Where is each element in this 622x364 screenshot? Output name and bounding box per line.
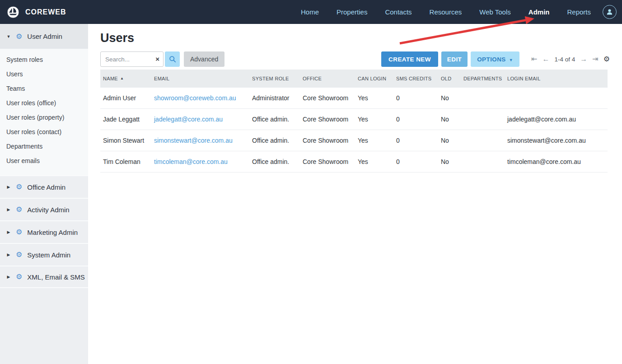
cell-name: Jade Leggatt bbox=[100, 109, 151, 130]
sidebar: ▼⚙User AdminSystem rolesUsersTeamsUser r… bbox=[0, 24, 88, 364]
sidebar-section-user-admin[interactable]: ▼⚙User Admin bbox=[0, 24, 88, 49]
column-header-email[interactable]: EMAIL bbox=[151, 70, 249, 88]
cell-office: Core Showroom bbox=[300, 130, 355, 151]
table-row[interactable]: Simon Stewartsimonstewart@core.com.auOff… bbox=[100, 130, 608, 151]
gear-icon: ⚙ bbox=[16, 206, 22, 213]
nav-item-properties[interactable]: Properties bbox=[337, 8, 367, 16]
cell-name: Admin User bbox=[100, 88, 151, 109]
cell-departments bbox=[461, 151, 505, 173]
cell-system-role: Administrator bbox=[249, 88, 300, 109]
brand[interactable]: COREWEB bbox=[6, 5, 66, 19]
column-header-office[interactable]: OFFICE bbox=[300, 70, 355, 88]
chevron-down-icon: ▼ bbox=[509, 58, 513, 62]
sidebar-item-users[interactable]: Users bbox=[0, 67, 88, 81]
column-header-sms-credits[interactable]: SMS CREDITS bbox=[393, 70, 438, 88]
sidebar-section-label: Marketing Admin bbox=[27, 229, 78, 236]
sidebar-item-user-emails[interactable]: User emails bbox=[0, 154, 88, 168]
nav-item-reports[interactable]: Reports bbox=[567, 8, 591, 16]
table-row[interactable]: Jade Leggattjadelegatt@core.com.auOffice… bbox=[100, 109, 608, 130]
cell-sms-credits: 0 bbox=[393, 130, 438, 151]
cell-can-login: Yes bbox=[355, 151, 393, 173]
email-link[interactable]: showroom@coreweb.com.au bbox=[154, 94, 236, 102]
cell-email: timcoleman@core.com.au bbox=[151, 151, 249, 173]
cell-system-role: Office admin. bbox=[249, 130, 300, 151]
cell-old: No bbox=[438, 109, 461, 130]
sidebar-section-label: Office Admin bbox=[27, 183, 65, 191]
cell-name: Tim Coleman bbox=[100, 151, 151, 173]
options-label: OPTIONS bbox=[477, 56, 506, 63]
search-icon bbox=[169, 56, 176, 63]
sidebar-section-label: User Admin bbox=[27, 33, 62, 40]
first-page-icon[interactable]: ⇤ bbox=[531, 56, 537, 63]
caret-right-icon: ▶ bbox=[6, 230, 11, 234]
column-header-can-login[interactable]: CAN LOGIN bbox=[355, 70, 393, 88]
person-icon bbox=[606, 8, 613, 16]
cell-sms-credits: 0 bbox=[393, 88, 438, 109]
column-header-departments[interactable]: DEPARTMENTS bbox=[461, 70, 505, 88]
cell-login-email: jadelegatt@core.com.au bbox=[505, 109, 608, 130]
caret-right-icon: ▶ bbox=[6, 207, 11, 212]
next-page-icon[interactable]: → bbox=[580, 56, 587, 63]
email-link[interactable]: simonstewart@core.com.au bbox=[154, 137, 233, 144]
previous-page-icon[interactable]: ← bbox=[542, 56, 549, 63]
cell-sms-credits: 0 bbox=[393, 109, 438, 130]
cell-can-login: Yes bbox=[355, 88, 393, 109]
column-header-name[interactable]: NAME▲ bbox=[100, 70, 151, 88]
cell-office: Core Showroom bbox=[300, 88, 355, 109]
cell-old: No bbox=[438, 151, 461, 173]
top-nav: HomePropertiesContactsResourcesWeb Tools… bbox=[301, 8, 591, 16]
sidebar-section-office-admin[interactable]: ▶⚙Office Admin bbox=[0, 175, 88, 198]
email-link[interactable]: jadelegatt@core.com.au bbox=[154, 116, 223, 123]
nav-item-admin[interactable]: Admin bbox=[528, 8, 550, 16]
cell-old: No bbox=[438, 130, 461, 151]
options-dropdown-button[interactable]: OPTIONS▼ bbox=[471, 51, 519, 67]
sidebar-item-teams[interactable]: Teams bbox=[0, 81, 88, 96]
toolbar: × Advanced CREATE NEW EDIT OPTIONS▼ ⇤ ← bbox=[100, 51, 610, 67]
edit-button[interactable]: EDIT bbox=[441, 51, 468, 67]
cell-can-login: Yes bbox=[355, 130, 393, 151]
table-row[interactable]: Admin Usershowroom@coreweb.com.auAdminis… bbox=[100, 88, 608, 109]
cell-sms-credits: 0 bbox=[393, 151, 438, 173]
search-button[interactable] bbox=[165, 51, 180, 67]
caret-right-icon: ▶ bbox=[6, 252, 11, 257]
nav-item-home[interactable]: Home bbox=[301, 8, 319, 16]
sidebar-item-user-roles-property[interactable]: User roles (property) bbox=[0, 110, 88, 125]
gear-icon: ⚙ bbox=[16, 33, 22, 40]
email-link[interactable]: timcoleman@core.com.au bbox=[154, 158, 228, 165]
sidebar-item-user-roles-contact[interactable]: User roles (contact) bbox=[0, 125, 88, 139]
cell-can-login: Yes bbox=[355, 109, 393, 130]
create-new-button[interactable]: CREATE NEW bbox=[381, 51, 438, 67]
sidebar-section-activity-admin[interactable]: ▶⚙Activity Admin bbox=[0, 198, 88, 220]
gear-icon: ⚙ bbox=[16, 229, 22, 236]
user-avatar-button[interactable] bbox=[603, 5, 617, 19]
last-page-icon[interactable]: ⇥ bbox=[592, 56, 598, 63]
page-title: Users bbox=[100, 31, 610, 45]
cell-system-role: Office admin. bbox=[249, 151, 300, 173]
nav-item-web-tools[interactable]: Web Tools bbox=[479, 8, 511, 16]
sidebar-item-user-roles-office[interactable]: User roles (office) bbox=[0, 96, 88, 110]
cell-office: Core Showroom bbox=[300, 109, 355, 130]
column-header-old[interactable]: OLD bbox=[438, 70, 461, 88]
cell-old: No bbox=[438, 88, 461, 109]
caret-down-icon: ▼ bbox=[6, 34, 11, 39]
cell-system-role: Office admin. bbox=[249, 109, 300, 130]
search-input[interactable] bbox=[100, 51, 164, 67]
nav-item-contacts[interactable]: Contacts bbox=[385, 8, 412, 16]
caret-right-icon: ▶ bbox=[6, 275, 11, 279]
sidebar-item-system-roles[interactable]: System roles bbox=[0, 52, 88, 67]
column-header-login-email[interactable]: LOGIN EMAIL bbox=[505, 70, 608, 88]
cell-departments bbox=[461, 109, 505, 130]
grid-settings-gear-icon[interactable]: ⚙ bbox=[603, 56, 610, 63]
sidebar-section-marketing-admin[interactable]: ▶⚙Marketing Admin bbox=[0, 220, 88, 243]
clear-search-icon[interactable]: × bbox=[155, 55, 159, 64]
sidebar-section-xml-email-sms[interactable]: ▶⚙XML, Email & SMS bbox=[0, 266, 88, 288]
column-header-system-role[interactable]: SYSTEM ROLE bbox=[249, 70, 300, 88]
table-row[interactable]: Tim Colemantimcoleman@core.com.auOffice … bbox=[100, 151, 608, 173]
nav-item-resources[interactable]: Resources bbox=[430, 8, 462, 16]
top-navbar: COREWEB HomePropertiesContactsResourcesW… bbox=[0, 0, 622, 24]
pagination-label: 1-4 of 4 bbox=[554, 56, 575, 63]
sidebar-section-system-admin[interactable]: ▶⚙System Admin bbox=[0, 243, 88, 266]
advanced-button[interactable]: Advanced bbox=[184, 51, 224, 67]
gear-icon: ⚙ bbox=[16, 183, 22, 191]
sidebar-item-departments[interactable]: Departments bbox=[0, 139, 88, 154]
